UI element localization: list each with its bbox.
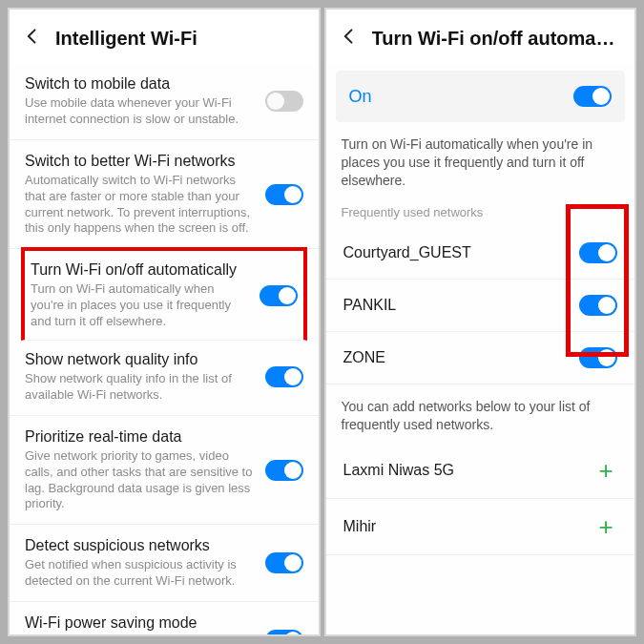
header: Intelligent Wi-Fi — [10, 10, 319, 63]
back-icon[interactable] — [340, 27, 359, 50]
item-desc: Show network quality info in the list of… — [25, 371, 256, 404]
toggle[interactable] — [573, 86, 612, 107]
add-network-row[interactable]: Mihir + — [326, 499, 635, 555]
item-prioritize-realtime[interactable]: Prioritize real-time data Give network p… — [10, 416, 319, 526]
item-title: Wi-Fi power saving mode — [25, 613, 256, 633]
item-desc: Give network priority to games, video ca… — [25, 448, 256, 513]
toggle[interactable] — [579, 242, 617, 263]
toggle[interactable] — [265, 91, 303, 112]
toggle[interactable] — [579, 295, 617, 316]
network-row[interactable]: PANKIL — [326, 280, 635, 332]
item-title: Detect suspicious networks — [25, 536, 256, 555]
plus-icon[interactable]: + — [594, 458, 617, 483]
network-name: ZONE — [343, 349, 569, 366]
network-name: PANKIL — [343, 297, 569, 314]
item-title: Switch to better Wi-Fi networks — [25, 152, 256, 171]
item-switch-mobile-data[interactable]: Switch to mobile data Use mobile data wh… — [10, 63, 319, 140]
plus-icon[interactable]: + — [594, 514, 617, 539]
settings-list: Switch to mobile data Use mobile data wh… — [10, 63, 319, 634]
screen-intelligent-wifi: Intelligent Wi-Fi Switch to mobile data … — [8, 8, 321, 636]
item-desc: Automatically switch to Wi-Fi networks t… — [25, 173, 256, 238]
item-detect-suspicious[interactable]: Detect suspicious networks Get notified … — [10, 525, 319, 602]
on-label: On — [349, 87, 372, 107]
screen-turn-wifi-auto: Turn Wi-Fi on/off automatic… On Turn on … — [324, 8, 637, 636]
item-title: Show network quality info — [25, 350, 256, 369]
master-toggle-row[interactable]: On — [336, 71, 626, 122]
network-row[interactable]: Courtyard_GUEST — [326, 227, 635, 280]
item-title: Turn Wi-Fi on/off automatically — [31, 260, 250, 280]
toggle[interactable] — [579, 347, 617, 368]
feature-description: Turn on Wi-Fi automatically when you're … — [326, 122, 635, 199]
toggle[interactable] — [265, 460, 303, 481]
item-switch-better-wifi[interactable]: Switch to better Wi-Fi networks Automati… — [10, 140, 319, 250]
header: Turn Wi-Fi on/off automatic… — [326, 10, 635, 63]
item-show-quality[interactable]: Show network quality info Show network q… — [10, 339, 319, 416]
item-title: Prioritize real-time data — [25, 427, 256, 447]
toggle[interactable] — [265, 630, 303, 634]
detail-content: On Turn on Wi-Fi automatically when you'… — [326, 63, 635, 634]
page-title: Turn Wi-Fi on/off automatic… — [372, 28, 622, 50]
network-name: Laxmi Niwas 5G — [343, 462, 584, 479]
item-desc: Turn on Wi-Fi automatically when you're … — [31, 281, 250, 330]
item-title: Switch to mobile data — [25, 74, 256, 93]
network-name: Courtyard_GUEST — [343, 244, 569, 261]
network-name: Mihir — [343, 518, 584, 535]
toggle[interactable] — [265, 366, 303, 387]
item-wifi-power-saving[interactable]: Wi-Fi power saving mode Reduce battery u… — [10, 602, 319, 634]
item-turn-wifi-auto[interactable]: Turn Wi-Fi on/off automatically Turn on … — [21, 247, 307, 341]
toggle[interactable] — [265, 552, 303, 573]
back-icon[interactable] — [23, 27, 42, 50]
add-note: You can add networks below to your list … — [326, 384, 635, 444]
network-row[interactable]: ZONE — [326, 332, 635, 384]
section-frequent-label: Frequently used networks — [326, 199, 635, 227]
item-desc: Get notified when suspicious activity is… — [25, 557, 256, 590]
add-network-row[interactable]: Laxmi Niwas 5G + — [326, 443, 635, 499]
page-title: Intelligent Wi-Fi — [55, 28, 305, 50]
toggle[interactable] — [265, 184, 303, 205]
toggle[interactable] — [260, 285, 298, 306]
item-desc: Use mobile data whenever your Wi-Fi inte… — [25, 95, 256, 128]
